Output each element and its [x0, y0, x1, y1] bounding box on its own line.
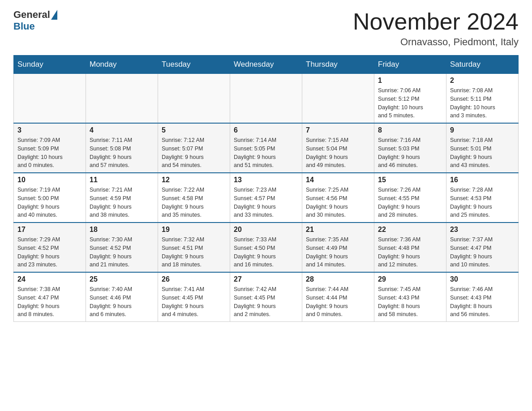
calendar-cell: 25Sunrise: 7:40 AM Sunset: 4:46 PM Dayli… [86, 272, 158, 322]
calendar-week-row: 10Sunrise: 7:19 AM Sunset: 5:00 PM Dayli… [14, 173, 519, 223]
day-info: Sunrise: 7:19 AM Sunset: 5:00 PM Dayligh… [17, 186, 82, 219]
day-number: 21 [306, 226, 370, 234]
calendar-cell: 20Sunrise: 7:33 AM Sunset: 4:50 PM Dayli… [230, 223, 302, 272]
calendar-cell [14, 74, 86, 124]
day-number: 8 [378, 126, 442, 134]
weekday-header-thursday: Thursday [302, 56, 374, 74]
day-info: Sunrise: 7:33 AM Sunset: 4:50 PM Dayligh… [234, 235, 298, 269]
calendar-cell: 8Sunrise: 7:16 AM Sunset: 5:03 PM Daylig… [374, 123, 446, 173]
calendar-cell: 16Sunrise: 7:28 AM Sunset: 4:53 PM Dayli… [446, 173, 519, 223]
day-number: 13 [234, 176, 298, 184]
day-info: Sunrise: 7:23 AM Sunset: 4:57 PM Dayligh… [234, 186, 298, 219]
day-number: 24 [17, 275, 82, 283]
day-number: 12 [162, 176, 226, 184]
calendar-cell: 29Sunrise: 7:45 AM Sunset: 4:43 PM Dayli… [374, 272, 446, 322]
calendar-cell: 9Sunrise: 7:18 AM Sunset: 5:01 PM Daylig… [446, 123, 519, 173]
day-info: Sunrise: 7:09 AM Sunset: 5:09 PM Dayligh… [17, 136, 82, 170]
calendar-cell: 22Sunrise: 7:36 AM Sunset: 4:48 PM Dayli… [374, 223, 446, 272]
day-number: 10 [17, 176, 82, 184]
calendar-cell: 30Sunrise: 7:46 AM Sunset: 4:43 PM Dayli… [446, 272, 519, 322]
day-info: Sunrise: 7:06 AM Sunset: 5:12 PM Dayligh… [378, 86, 442, 120]
day-info: Sunrise: 7:45 AM Sunset: 4:43 PM Dayligh… [378, 285, 442, 319]
day-info: Sunrise: 7:21 AM Sunset: 4:59 PM Dayligh… [90, 186, 154, 219]
weekday-header-friday: Friday [374, 56, 446, 74]
day-info: Sunrise: 7:42 AM Sunset: 4:45 PM Dayligh… [234, 285, 298, 319]
day-number: 4 [90, 126, 154, 134]
logo-blue-text: Blue [13, 21, 35, 32]
day-number: 7 [306, 126, 370, 134]
calendar-week-row: 24Sunrise: 7:38 AM Sunset: 4:47 PM Dayli… [14, 272, 519, 322]
weekday-header-saturday: Saturday [446, 56, 519, 74]
day-number: 28 [306, 275, 370, 283]
day-info: Sunrise: 7:44 AM Sunset: 4:44 PM Dayligh… [306, 285, 370, 319]
calendar-cell: 21Sunrise: 7:35 AM Sunset: 4:49 PM Dayli… [302, 223, 374, 272]
day-info: Sunrise: 7:30 AM Sunset: 4:52 PM Dayligh… [90, 235, 154, 269]
day-info: Sunrise: 7:32 AM Sunset: 4:51 PM Dayligh… [162, 235, 226, 269]
calendar-cell: 11Sunrise: 7:21 AM Sunset: 4:59 PM Dayli… [86, 173, 158, 223]
day-number: 14 [306, 176, 370, 184]
day-number: 17 [17, 226, 82, 234]
day-info: Sunrise: 7:16 AM Sunset: 5:03 PM Dayligh… [378, 136, 442, 170]
logo-general-text: General [13, 9, 50, 21]
calendar-cell: 1Sunrise: 7:06 AM Sunset: 5:12 PM Daylig… [374, 74, 446, 124]
day-number: 20 [234, 226, 298, 234]
calendar-cell: 13Sunrise: 7:23 AM Sunset: 4:57 PM Dayli… [230, 173, 302, 223]
page-header: General Blue November 2024 Ornavasso, Pi… [13, 9, 519, 48]
calendar-cell: 27Sunrise: 7:42 AM Sunset: 4:45 PM Dayli… [230, 272, 302, 322]
day-info: Sunrise: 7:26 AM Sunset: 4:55 PM Dayligh… [378, 186, 442, 219]
day-number: 25 [90, 275, 154, 283]
day-info: Sunrise: 7:14 AM Sunset: 5:05 PM Dayligh… [234, 136, 298, 170]
calendar-cell: 15Sunrise: 7:26 AM Sunset: 4:55 PM Dayli… [374, 173, 446, 223]
day-number: 5 [162, 126, 226, 134]
day-number: 6 [234, 126, 298, 134]
calendar-week-row: 3Sunrise: 7:09 AM Sunset: 5:09 PM Daylig… [14, 123, 519, 173]
calendar-cell: 28Sunrise: 7:44 AM Sunset: 4:44 PM Dayli… [302, 272, 374, 322]
calendar-week-row: 1Sunrise: 7:06 AM Sunset: 5:12 PM Daylig… [14, 74, 519, 124]
day-info: Sunrise: 7:29 AM Sunset: 4:52 PM Dayligh… [17, 235, 82, 269]
calendar-cell [86, 74, 158, 124]
day-number: 23 [450, 226, 515, 234]
calendar-cell: 18Sunrise: 7:30 AM Sunset: 4:52 PM Dayli… [86, 223, 158, 272]
day-number: 16 [450, 176, 515, 184]
title-area: November 2024 Ornavasso, Piedmont, Italy [353, 9, 519, 48]
calendar-cell: 5Sunrise: 7:12 AM Sunset: 5:07 PM Daylig… [158, 123, 230, 173]
day-number: 27 [234, 275, 298, 283]
calendar-cell: 17Sunrise: 7:29 AM Sunset: 4:52 PM Dayli… [14, 223, 86, 272]
weekday-header-sunday: Sunday [14, 56, 86, 74]
calendar-week-row: 17Sunrise: 7:29 AM Sunset: 4:52 PM Dayli… [14, 223, 519, 272]
calendar-cell: 24Sunrise: 7:38 AM Sunset: 4:47 PM Dayli… [14, 272, 86, 322]
day-number: 15 [378, 176, 442, 184]
day-info: Sunrise: 7:40 AM Sunset: 4:46 PM Dayligh… [90, 285, 154, 319]
weekday-header-wednesday: Wednesday [230, 56, 302, 74]
calendar-cell [158, 74, 230, 124]
calendar-cell [230, 74, 302, 124]
calendar-cell: 19Sunrise: 7:32 AM Sunset: 4:51 PM Dayli… [158, 223, 230, 272]
calendar-cell: 12Sunrise: 7:22 AM Sunset: 4:58 PM Dayli… [158, 173, 230, 223]
day-number: 11 [90, 176, 154, 184]
day-info: Sunrise: 7:18 AM Sunset: 5:01 PM Dayligh… [450, 136, 515, 170]
day-number: 19 [162, 226, 226, 234]
calendar-cell: 26Sunrise: 7:41 AM Sunset: 4:45 PM Dayli… [158, 272, 230, 322]
day-info: Sunrise: 7:38 AM Sunset: 4:47 PM Dayligh… [17, 285, 82, 319]
day-info: Sunrise: 7:46 AM Sunset: 4:43 PM Dayligh… [450, 285, 515, 319]
calendar-cell: 23Sunrise: 7:37 AM Sunset: 4:47 PM Dayli… [446, 223, 519, 272]
location-title: Ornavasso, Piedmont, Italy [353, 36, 519, 48]
day-number: 9 [450, 126, 515, 134]
logo: General Blue [13, 9, 58, 32]
calendar-header-row: SundayMondayTuesdayWednesdayThursdayFrid… [14, 56, 519, 74]
day-number: 22 [378, 226, 442, 234]
month-title: November 2024 [353, 9, 519, 34]
calendar-cell: 3Sunrise: 7:09 AM Sunset: 5:09 PM Daylig… [14, 123, 86, 173]
calendar-cell: 6Sunrise: 7:14 AM Sunset: 5:05 PM Daylig… [230, 123, 302, 173]
calendar-cell: 10Sunrise: 7:19 AM Sunset: 5:00 PM Dayli… [14, 173, 86, 223]
weekday-header-tuesday: Tuesday [158, 56, 230, 74]
day-info: Sunrise: 7:12 AM Sunset: 5:07 PM Dayligh… [162, 136, 226, 170]
day-info: Sunrise: 7:11 AM Sunset: 5:08 PM Dayligh… [90, 136, 154, 170]
weekday-header-monday: Monday [86, 56, 158, 74]
calendar-cell: 4Sunrise: 7:11 AM Sunset: 5:08 PM Daylig… [86, 123, 158, 173]
day-number: 18 [90, 226, 154, 234]
calendar-table: SundayMondayTuesdayWednesdayThursdayFrid… [13, 55, 519, 322]
calendar-cell: 14Sunrise: 7:25 AM Sunset: 4:56 PM Dayli… [302, 173, 374, 223]
logo-triangle-icon [51, 10, 57, 20]
calendar-cell [302, 74, 374, 124]
